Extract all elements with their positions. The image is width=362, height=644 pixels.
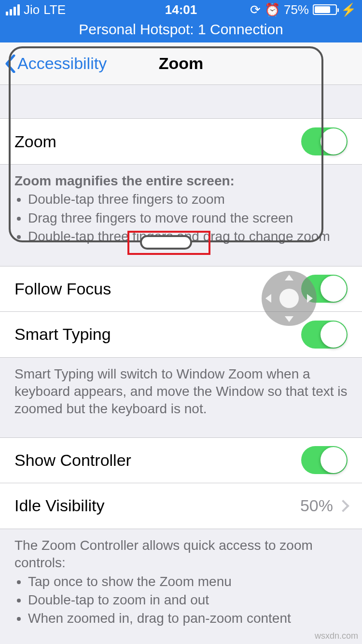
clock-label: 14:01 bbox=[165, 2, 197, 17]
back-button[interactable]: Accessibility bbox=[0, 54, 107, 73]
idle-visibility-label: Idle Visibility bbox=[14, 496, 104, 515]
smart-typing-toggle[interactable] bbox=[301, 321, 348, 349]
battery-percent: 75% bbox=[284, 2, 309, 17]
charging-icon: ⚡ bbox=[341, 2, 356, 17]
network-label: LTE bbox=[43, 2, 66, 17]
arrow-left-icon bbox=[265, 294, 271, 303]
hotspot-banner[interactable]: Personal Hotspot: 1 Connection bbox=[0, 19, 362, 42]
smart-typing-footer: Smart Typing will switch to Window Zoom … bbox=[0, 358, 362, 437]
controller-footer: The Zoom Controller allows quick access … bbox=[0, 529, 362, 628]
follow-focus-label: Follow Focus bbox=[14, 280, 111, 298]
zoom-footer: Zoom magnifies the entire screen: Double… bbox=[0, 165, 362, 266]
alarm-icon: ⏰ bbox=[265, 2, 280, 17]
show-controller-row: Show Controller bbox=[0, 438, 362, 483]
zoom-row: Zoom bbox=[0, 119, 362, 164]
arrow-down-icon bbox=[285, 316, 293, 322]
idle-visibility-value: 50% bbox=[300, 496, 333, 515]
status-bar: Jio LTE 14:01 ⟳ ⏰ 75% ⚡ Personal Hotspot… bbox=[0, 0, 362, 42]
controller-center-icon bbox=[279, 289, 299, 308]
show-controller-label: Show Controller bbox=[14, 451, 131, 470]
chevron-right-icon bbox=[337, 500, 349, 512]
battery-icon bbox=[313, 4, 337, 15]
nav-bar: Accessibility Zoom bbox=[0, 42, 362, 85]
smart-typing-label: Smart Typing bbox=[14, 325, 111, 344]
arrow-up-icon bbox=[285, 275, 293, 280]
signal-icon bbox=[6, 4, 20, 15]
arrow-right-icon bbox=[307, 294, 313, 303]
zoom-toggle[interactable] bbox=[301, 127, 348, 155]
back-label: Accessibility bbox=[17, 54, 107, 73]
chevron-left-icon bbox=[5, 55, 15, 73]
rotation-lock-icon: ⟳ bbox=[250, 2, 261, 17]
watermark: wsxdn.com bbox=[315, 631, 358, 641]
zoom-window-handle[interactable] bbox=[140, 235, 192, 250]
carrier-label: Jio bbox=[24, 2, 40, 17]
show-controller-toggle[interactable] bbox=[301, 446, 348, 474]
zoom-controller[interactable] bbox=[262, 271, 317, 326]
zoom-label: Zoom bbox=[14, 132, 56, 151]
idle-visibility-row[interactable]: Idle Visibility 50% bbox=[0, 483, 362, 529]
